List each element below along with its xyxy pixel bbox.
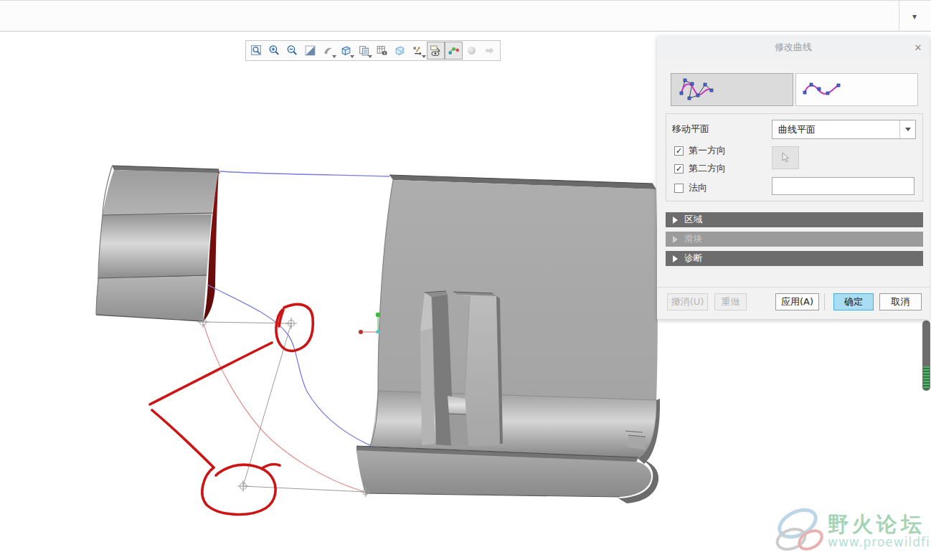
ok-button[interactable]: 确定 — [833, 293, 874, 310]
first-direction-checkbox[interactable]: ✓ — [674, 146, 684, 156]
dialog-title: 修改曲线 — [657, 36, 930, 59]
move-plane-select[interactable]: 曲线平面 — [772, 120, 916, 139]
second-direction-row: ✓ 第二方向 — [674, 162, 726, 175]
blue-curve-spline[interactable] — [207, 285, 372, 446]
button-separator — [657, 287, 930, 288]
shaded-view-icon[interactable] — [301, 42, 319, 60]
move-plane-label: 移动平面 — [672, 123, 709, 136]
toolbar-overflow-button[interactable]: ▾ — [904, 6, 925, 27]
forum-watermark: 野火论坛 www.proewildfire.cn — [773, 508, 931, 558]
first-direction-label: 第一方向 — [689, 144, 726, 157]
normal-checkbox[interactable] — [674, 184, 684, 193]
dropdown-caret-icon[interactable] — [368, 55, 372, 58]
curve-points-icon — [800, 77, 842, 103]
curve-with-polygon-icon — [676, 75, 720, 105]
move-plane-value: 曲线平面 — [772, 123, 899, 136]
expand-triangle-icon — [673, 236, 678, 243]
point-picker-button[interactable] — [772, 146, 799, 169]
snapshot-table-icon[interactable] — [373, 42, 391, 60]
curve-option-points-only[interactable] — [795, 73, 918, 106]
undo-button[interactable]: 撤消(U) — [667, 293, 708, 310]
section-region[interactable]: 区域 — [666, 212, 923, 227]
control-point-b — [285, 318, 297, 329]
normal-label: 法向 — [689, 181, 707, 194]
expand-triangle-icon — [673, 217, 678, 224]
right-block-solid — [356, 175, 660, 503]
topbar-divider — [899, 1, 899, 32]
section-cube-icon[interactable] — [391, 42, 409, 60]
close-icon[interactable]: ✕ — [911, 40, 925, 54]
second-direction-checkbox[interactable]: ✓ — [674, 164, 684, 174]
sphere-icon — [463, 42, 481, 60]
dropdown-caret-icon[interactable] — [422, 55, 426, 58]
second-direction-label: 第二方向 — [689, 162, 726, 175]
chevron-down-icon — [905, 128, 911, 131]
section-slider: 滑块 — [666, 232, 923, 247]
rotate-view-icon[interactable] — [319, 42, 337, 60]
first-direction-row: ✓ 第一方向 — [674, 144, 726, 157]
fit-view-icon[interactable] — [247, 42, 265, 60]
grip-stripes-icon — [923, 366, 930, 389]
wildfire-logo-icon — [773, 508, 826, 558]
cursor-arrow-icon — [780, 152, 790, 163]
zoom-out-icon[interactable] — [283, 42, 301, 60]
expand-triangle-icon — [673, 255, 678, 262]
show-hide-icon[interactable] — [427, 42, 445, 60]
datum-axes-icon[interactable] — [409, 42, 427, 60]
wcs-triad[interactable] — [359, 313, 380, 334]
control-point-c — [237, 480, 249, 492]
dropdown-caret-icon[interactable] — [332, 55, 336, 58]
left-block-solid — [96, 166, 220, 322]
dialog-resize-grip[interactable] — [922, 321, 930, 391]
combo-dropdown-button[interactable] — [899, 120, 915, 138]
right-notch-step — [625, 431, 646, 450]
copy-display-icon[interactable] — [355, 42, 373, 60]
redo-button[interactable]: 重做 — [714, 293, 747, 310]
view-toolbar — [245, 40, 501, 61]
cancel-button[interactable]: 取消 — [879, 293, 922, 310]
section-diagnostics-label: 诊断 — [684, 252, 702, 265]
pull-arrow-icon — [481, 42, 498, 60]
dropdown-caret-icon[interactable] — [350, 55, 354, 58]
curve-nodes-icon[interactable] — [445, 42, 463, 60]
button-group-divider — [824, 293, 825, 310]
normal-value-input[interactable] — [772, 177, 915, 195]
section-region-label: 区域 — [684, 214, 702, 226]
section-slider-label: 滑块 — [684, 233, 702, 245]
watermark-url: www.proewildfire.cn — [828, 535, 931, 549]
blue-curve-top[interactable] — [220, 171, 389, 176]
zoom-in-icon[interactable] — [265, 42, 283, 60]
apply-button[interactable]: 应用(A) — [775, 293, 819, 310]
window-top-bar: ▾ — [0, 0, 931, 32]
curve-option-with-polygon[interactable] — [671, 73, 793, 106]
normal-row: 法向 — [674, 181, 707, 194]
orient-cube-icon[interactable] — [337, 42, 355, 60]
modify-curve-dialog: 修改曲线 ✕ 移动平面 曲线平面 — [657, 36, 930, 319]
section-diagnostics[interactable]: 诊断 — [666, 251, 923, 266]
watermark-title: 野火论坛 — [828, 513, 931, 535]
